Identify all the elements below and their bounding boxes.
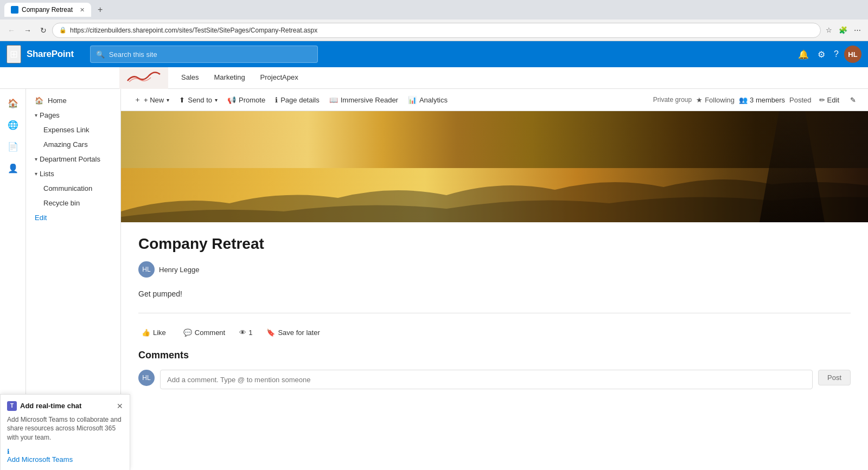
sp-topbar: ⊞ SharePoint 🔍 Search this site 🔔 ⚙ ? HL [0,41,868,67]
refresh-button[interactable]: ↻ [37,24,50,37]
nav-group-pages[interactable]: ▾ Pages [26,108,120,123]
nav-item-home[interactable]: 🏠 Home [26,93,120,108]
lock-icon: 🔒 [59,27,67,34]
forward-button[interactable]: → [21,24,35,37]
views-count: 👁 1 [239,329,252,337]
comment-input[interactable] [160,370,813,389]
chat-panel-header: T Add real-time chat ✕ [7,401,123,411]
post-button[interactable]: Post [818,370,851,385]
browser-tab[interactable]: Company Retreat ✕ [4,3,91,17]
subnav-item-marketing[interactable]: Marketing [207,67,253,88]
page-actions-bar: Posted ✏ Edit ✎ [789,94,859,106]
chat-close-button[interactable]: ✕ [117,402,123,410]
nav-group-lists[interactable]: ▾ Lists [26,166,120,181]
posted-label: Posted [789,96,811,104]
chat-panel-description: Add Microsoft Teams to collaborate and s… [7,415,123,442]
nav-edit-link[interactable]: Edit [26,210,120,225]
chevron-right-icon-lists: ▾ [35,171,37,177]
promote-icon: 📢 [227,96,236,104]
toolbar-group-left: ＋ + New ▾ ⬆ Send to ▾ 📢 Promote ℹ [130,92,452,107]
page-content: Company Retreat HL Henry Legge Get pumpe… [121,222,868,424]
browser-nav-bar: ← → ↻ 🔒 https://citizenbuilders.sharepoi… [0,20,868,41]
app-wrapper: ⊞ SharePoint 🔍 Search this site 🔔 ⚙ ? HL… [0,41,868,470]
following-status[interactable]: ★ Following [696,96,735,104]
subnav-item-projectapex[interactable]: ProjectApex [253,67,306,88]
rail-home-icon[interactable]: 🏠 [3,93,23,113]
edit-pencil-icon: ✏ [819,96,825,104]
save-for-later-button[interactable]: 🔖 Save for later [263,326,323,339]
subnav-item-sales[interactable]: Sales [174,67,207,88]
eye-icon: 👁 [239,329,246,337]
tab-favicon [11,6,18,14]
comment-input-row: HL Post [138,370,851,389]
rail-person-icon[interactable]: 👤 [3,158,23,178]
analytics-button[interactable]: 📊 Analytics [404,93,452,107]
promote-button[interactable]: 📢 Promote [223,93,270,107]
author-name: Henry Legge [159,266,199,274]
divider [138,313,851,313]
topbar-right-icons: 🔔 ⚙ ? HL [795,46,861,63]
search-bar[interactable]: 🔍 Search this site [90,46,318,63]
rail-documents-icon[interactable]: 📄 [3,137,23,156]
back-button[interactable]: ← [4,24,18,37]
like-button[interactable]: 👍 Like [138,326,169,339]
comment-button[interactable]: 💬 Comment [180,326,228,339]
chat-panel-title: T Add real-time chat [7,401,81,411]
notifications-button[interactable]: 🔔 [795,46,812,63]
author-row: HL Henry Legge [138,261,851,278]
browser-menu-icon[interactable]: ⋯ [851,24,864,36]
plus-icon: ＋ [134,95,141,105]
content-area: ＋ + New ▾ ⬆ Send to ▾ 📢 Promote ℹ [121,89,868,470]
user-avatar[interactable]: HL [844,46,861,63]
settings-button[interactable]: ⚙ [814,46,828,63]
private-group-label: Private group [653,96,692,104]
edit-icon-button[interactable]: ✎ [847,94,859,106]
extensions-icon[interactable]: 🧩 [836,24,850,36]
realtime-chat-panel: T Add real-time chat ✕ Add Microsoft Tea… [0,394,130,470]
page-title: Company Retreat [138,235,851,253]
tab-close-button[interactable]: ✕ [80,7,85,14]
waffle-menu-button[interactable]: ⊞ [7,45,21,63]
comments-title: Comments [138,350,851,361]
browser-chrome: Company Retreat ✕ + [0,0,868,20]
chart-icon: 📊 [408,96,417,104]
chevron-down-send-icon: ▾ [215,97,218,103]
members-info[interactable]: 👥 3 members [739,96,785,104]
edit-alt-icon: ✎ [850,96,856,104]
immersive-reader-button[interactable]: 📖 Immersive Reader [325,93,403,107]
rail-globe-icon[interactable]: 🌐 [3,115,23,134]
favorites-icon[interactable]: ☆ [823,24,835,36]
send-icon: ⬆ [179,96,185,104]
nav-item-amazing-cars[interactable]: Amazing Cars [26,137,120,152]
hero-image [121,111,868,222]
chevron-down-new-icon: ▾ [167,97,169,103]
site-logo [119,67,168,89]
people-icon: 👥 [739,96,748,104]
main-layout: 🏠 🌐 📄 👤 🏠 Home ▾ Pages Expenses Link Ama… [0,89,868,470]
nav-item-recycle-bin[interactable]: Recycle bin [26,196,120,210]
nav-item-communication[interactable]: Communication [26,181,120,196]
page-details-button[interactable]: ℹ Page details [271,93,324,107]
address-bar[interactable]: 🔒 https://citizenbuilders.sharepoint.com… [52,23,821,38]
chevron-down-icon: ▾ [35,112,37,118]
help-button[interactable]: ? [831,46,842,62]
comments-section: Comments HL Post [138,350,851,411]
toolbar-right: Private group ★ Following 👥 3 members Po… [653,94,859,106]
chevron-right-icon: ▾ [35,156,37,162]
new-tab-button[interactable]: + [95,5,105,15]
search-icon: 🔍 [96,50,105,59]
home-icon: 🏠 [35,96,43,105]
nav-item-expenses[interactable]: Expenses Link [26,123,120,137]
author-avatar: HL [138,261,155,278]
new-button[interactable]: ＋ + New ▾ [130,92,174,107]
send-to-button[interactable]: ⬆ Send to ▾ [175,93,222,107]
edit-button[interactable]: ✏ Edit [816,94,843,106]
thumbs-up-icon: 👍 [142,329,150,337]
action-bar: 👍 Like 💬 Comment 👁 1 🔖 Save for later [138,322,851,343]
nav-group-department-portals[interactable]: ▾ Department Portals [26,152,120,166]
search-placeholder: Search this site [109,50,157,59]
comment-icon: 💬 [183,329,192,337]
add-teams-link[interactable]: Add Microsoft Teams [7,455,73,463]
browser-nav-icons: ☆ 🧩 ⋯ [823,24,864,36]
sharepoint-logo: SharePoint [27,49,74,60]
